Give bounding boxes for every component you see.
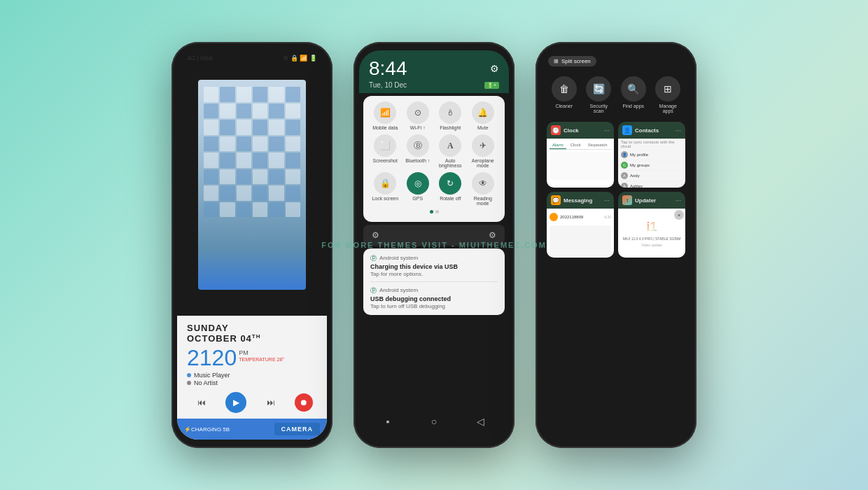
- ashley-avatar: A: [621, 183, 628, 188]
- updater-app-title: Updater: [635, 197, 656, 204]
- tool-cleaner[interactable]: 🗑 Cleaner: [552, 76, 577, 113]
- notif2-sub: Tap to turn off USB debugging: [370, 303, 498, 309]
- mobile-data-icon[interactable]: 📶: [374, 102, 396, 124]
- tile-mute[interactable]: 🔔 Mute: [468, 102, 498, 130]
- phone1-music-player: Music Player: [187, 372, 317, 379]
- clock-tab[interactable]: Clock: [568, 141, 584, 149]
- tile-gps[interactable]: ◎ GPS: [403, 172, 433, 206]
- split-screen-button[interactable]: ⊞ Split screen: [548, 56, 596, 66]
- wifi-icon[interactable]: ⊙: [407, 102, 429, 124]
- camera-button[interactable]: CAMERA: [274, 423, 321, 435]
- tile-aeroplane[interactable]: ✈ Aeroplane mode: [468, 134, 498, 168]
- cleaner-label: Cleaner: [555, 104, 573, 108]
- tile-bluetooth[interactable]: Ⓑ Bluetooth ↑: [403, 134, 433, 168]
- screenshot-icon[interactable]: ⬜: [374, 134, 396, 157]
- tool-find-apps[interactable]: 🔍 Find apps: [621, 76, 646, 113]
- notif-divider: [370, 281, 498, 282]
- contact-row-groups[interactable]: G My groups: [621, 160, 682, 171]
- rotate-icon[interactable]: ↻: [439, 172, 461, 195]
- tile-reading[interactable]: 👁 Reading mode: [468, 172, 498, 206]
- contact-row-ashley[interactable]: A Ashley: [621, 181, 682, 188]
- notif-card-1[interactable]: ⓟ Android system Charging this device vi…: [363, 248, 505, 315]
- nav-square[interactable]: ▪: [381, 414, 395, 428]
- phone1-info-card: SUNDAY OCTOBER 04TH 2120 PM TEMPERATURE …: [177, 316, 327, 440]
- app-card-contacts[interactable]: 👤 Contacts ··· Tap to sync contacts with…: [618, 122, 685, 188]
- tiles-row-2: ⬜ Screenshot Ⓑ Bluetooth ↑ A Auto bright…: [369, 134, 499, 168]
- security-label: Securityscan: [590, 104, 608, 113]
- updater-app-icon: ↑: [622, 195, 632, 205]
- groups-avatar: G: [621, 162, 628, 169]
- messaging-more-icon[interactable]: ···: [604, 197, 610, 204]
- messaging-app-title: Messaging: [564, 197, 592, 204]
- recent-apps-grid: 🕐 Clock ··· Alarm Clock Stopwatch: [541, 118, 691, 262]
- tile-auto-brightness[interactable]: A Auto brightness: [435, 134, 465, 168]
- nav-home[interactable]: ○: [427, 414, 441, 428]
- app-card-messaging[interactable]: 💬 Messaging ··· 2022118809 9:20: [547, 192, 614, 258]
- contact-row-andy[interactable]: A Andy: [621, 171, 682, 181]
- tile-rotate[interactable]: ↻ Rotate off: [435, 172, 465, 206]
- gps-icon[interactable]: ◎: [407, 172, 429, 195]
- nav-back[interactable]: ◁: [473, 414, 487, 428]
- app-card-clock[interactable]: 🕐 Clock ··· Alarm Clock Stopwatch: [547, 122, 614, 188]
- settings-row[interactable]: ⚙ ⚙: [363, 225, 505, 246]
- building-windows: [198, 80, 306, 290]
- phone-1: 4G | Idea ⚙ 🔒 📶 🔋 SUNDAY: [172, 42, 332, 448]
- notif1-title: Android system: [379, 255, 418, 261]
- app-card-updater[interactable]: ↑ Updater ··· × i1 MIUI 11.0.4.0 PRO | S…: [618, 192, 685, 258]
- phone1-music-info: Music Player No Artist: [187, 372, 317, 386]
- tile-mobile-data[interactable]: 📶 Mobile data: [370, 102, 400, 130]
- alarm-tab[interactable]: Alarm: [550, 141, 566, 149]
- phone1-time: 2120 PM TEMPERATURE 28°: [187, 346, 317, 369]
- phone2-date: Tue, 10 Dec: [369, 81, 407, 89]
- profile-avatar: 👤: [621, 151, 628, 158]
- play-button[interactable]: ▶: [225, 392, 246, 413]
- andy-avatar: A: [621, 172, 628, 179]
- phone1-status-bar: 4G | Idea ⚙ 🔒 📶 🔋: [177, 50, 327, 66]
- tool-manage-apps[interactable]: ⊞ Manageapps: [655, 76, 680, 113]
- bluetooth-icon[interactable]: Ⓑ: [407, 134, 429, 157]
- contact-row-profile[interactable]: 👤 My profile: [621, 150, 682, 160]
- flashlight-icon[interactable]: 🕯: [439, 102, 461, 124]
- settings-icon[interactable]: ⚙: [490, 63, 499, 74]
- clock-more-icon[interactable]: ···: [604, 127, 610, 134]
- tile-lock-screen[interactable]: 🔒 Lock screen: [370, 172, 400, 206]
- settings-left-icon[interactable]: ⚙: [372, 230, 379, 240]
- lock-icon[interactable]: 🔒: [374, 172, 396, 195]
- quick-tiles-panel[interactable]: 📶 Mobile data ⊙ Wi-Fi ↑ 🕯 Flashlight 🔔 M…: [363, 96, 505, 222]
- phone3-header: ⊞ Split screen: [541, 50, 691, 72]
- manage-apps-icon[interactable]: ⊞: [655, 76, 680, 102]
- clock-card-header: 🕐 Clock ···: [547, 122, 614, 139]
- page-dots: [369, 210, 499, 214]
- clock-app-icon: 🕐: [551, 125, 561, 135]
- updater-close[interactable]: ×: [674, 210, 684, 220]
- settings-right-icon[interactable]: ⚙: [489, 230, 496, 240]
- cleaner-icon[interactable]: 🗑: [552, 76, 577, 102]
- tool-security[interactable]: 🔄 Securityscan: [586, 76, 611, 113]
- brightness-icon[interactable]: A: [439, 134, 461, 157]
- phone1-music-controls[interactable]: ⏮ ▶ ⏭ ⏺: [187, 392, 317, 413]
- tile-screenshot[interactable]: ⬜ Screenshot: [370, 134, 400, 168]
- reading-icon[interactable]: 👁: [472, 172, 494, 195]
- record-button[interactable]: ⏺: [295, 393, 313, 412]
- security-icon[interactable]: 🔄: [586, 76, 611, 102]
- updater-more-icon[interactable]: ···: [676, 197, 681, 204]
- find-apps-icon[interactable]: 🔍: [621, 76, 646, 102]
- clock-tabs[interactable]: Alarm Clock Stopwatch: [550, 141, 611, 150]
- mute-icon[interactable]: 🔔: [472, 102, 494, 124]
- next-button[interactable]: ⏭: [260, 392, 281, 413]
- phone1-month: OCTOBER 04TH: [187, 333, 317, 344]
- contacts-app-icon: 👤: [622, 125, 632, 135]
- split-icon: ⊞: [554, 58, 559, 64]
- notif1-body: Charging this device via USB: [370, 263, 498, 270]
- contacts-app-body: Tap to sync contacts with the cloud 👤 My…: [618, 139, 685, 188]
- stopwatch-tab[interactable]: Stopwatch: [585, 141, 610, 149]
- prev-button[interactable]: ⏮: [191, 392, 212, 413]
- aeroplane-icon[interactable]: ✈: [472, 134, 494, 157]
- contacts-more-icon[interactable]: ···: [676, 127, 681, 134]
- phone-2: 8:44 ⚙ Tue, 10 Dec 🔋+ 📶 Mobile data ⊙: [354, 42, 514, 448]
- phone1-artist: No Artist: [187, 379, 317, 386]
- tile-wifi[interactable]: ⊙ Wi-Fi ↑: [403, 102, 433, 130]
- updater-content: × i1 MIUI 11.0.4.0 PRO | STABLE SGBIM Vi…: [618, 209, 685, 258]
- tile-flashlight[interactable]: 🕯 Flashlight: [435, 102, 465, 130]
- phone-3: ⊞ Split screen 🗑 Cleaner 🔄 Securityscan …: [536, 42, 696, 448]
